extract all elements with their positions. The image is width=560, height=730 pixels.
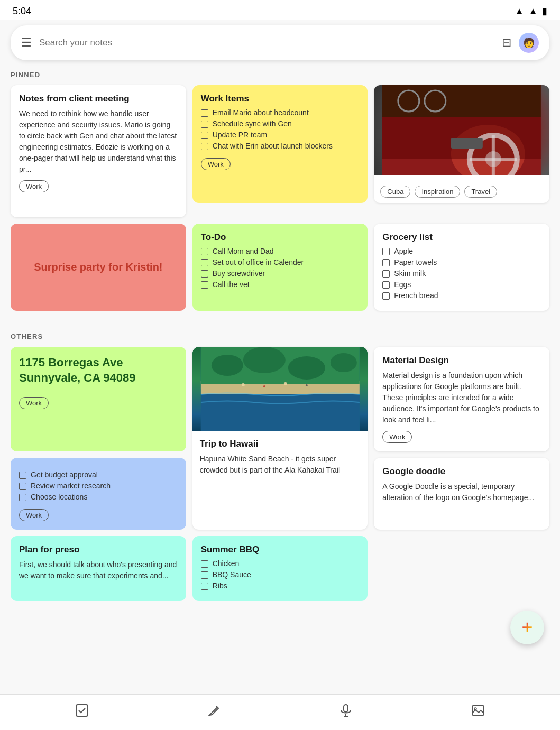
grocery-item-3: Skim milk [382, 269, 541, 278]
work-item-3: Update PR team [201, 131, 360, 139]
hawaii-image [192, 347, 368, 431]
address-tag[interactable]: Work [19, 397, 49, 409]
svg-point-20 [263, 385, 265, 387]
fab-button[interactable]: + [510, 611, 544, 644]
todo-item-3: Buy screwdriver [201, 269, 360, 278]
nav-mic[interactable] [338, 703, 353, 722]
note-summer-bbq[interactable]: Summer BBQ Chicken BBQ Sauce Ribs [192, 536, 368, 601]
preso-title: Plan for preso [19, 544, 178, 555]
svg-point-22 [305, 384, 307, 386]
client-meeting-body: We need to rethink how we handle user ex… [19, 108, 178, 175]
todo-title: To-Do [201, 232, 360, 243]
todo-item-2: Set out of office in Calender [201, 258, 360, 266]
section-divider [11, 325, 549, 325]
svg-rect-28 [472, 706, 484, 715]
battery-icon: ▮ [542, 5, 547, 17]
client-meeting-title: Notes from client meeting [19, 94, 178, 104]
status-bar: 5:04 ▲ ▲ ▮ [0, 0, 560, 20]
work-items-tag[interactable]: Work [201, 158, 231, 170]
todo-item-4: Call the vet [201, 280, 360, 289]
store-item-3: Choose locations [19, 493, 178, 501]
note-google-doodle[interactable]: Google doodle A Google Doodle is a speci… [374, 458, 549, 530]
svg-rect-23 [76, 705, 88, 716]
note-plan-preso[interactable]: Plan for preso First, we should talk abo… [11, 536, 186, 601]
hawaii-body: Hapuna White Sand Beach - it gets super … [200, 454, 361, 476]
store-item-2: Review market research [19, 482, 178, 490]
work-item-2: Schedule sync with Gen [201, 119, 360, 128]
pinned-label: PINNED [0, 71, 560, 85]
material-title: Material Design [382, 355, 541, 366]
material-tag[interactable]: Work [382, 431, 412, 443]
hawaii-title: Trip to Hawaii [200, 439, 361, 449]
nav-image[interactable] [471, 703, 485, 722]
bbq-item-1: Chicken [201, 559, 360, 568]
signal-icon: ▲ [528, 6, 538, 17]
fab-icon: + [521, 616, 533, 639]
note-surprise-party[interactable]: Surprise party for Kristin! [11, 224, 186, 311]
svg-rect-25 [344, 705, 348, 712]
address-text: 1175 Borregas Ave Sunnyvale, CA 94089 [19, 355, 178, 385]
client-meeting-tag[interactable]: Work [19, 180, 49, 192]
bbq-item-2: BBQ Sauce [201, 570, 360, 579]
bbq-title: Summer BBQ [201, 544, 360, 555]
search-input[interactable] [39, 38, 494, 48]
note-todo[interactable]: To-Do Call Mom and Dad Set out of office… [192, 224, 368, 311]
note-grocery[interactable]: Grocery list Apple Paper towels Skim mil… [374, 224, 549, 311]
search-bar[interactable]: ☰ ⊟ 🧑 [11, 25, 549, 60]
svg-point-17 [288, 356, 325, 380]
store-item-1: Get budget approval [19, 470, 178, 479]
others-section: OTHERS 1175 Borregas Ave Sunnyvale, CA 9… [0, 332, 560, 605]
status-icons: ▲ ▲ ▮ [515, 5, 547, 17]
pinned-grid: Notes from client meeting We need to ret… [0, 85, 560, 311]
nav-notes[interactable] [75, 703, 89, 722]
svg-point-19 [241, 383, 244, 386]
phone-frame: 5:04 ▲ ▲ ▮ ☰ ⊟ 🧑 PINNED Notes from clien… [0, 0, 560, 730]
fab-spacer: + [0, 607, 560, 650]
svg-rect-10 [451, 138, 483, 149]
doodle-body: A Google Doodle is a special, temporary … [382, 481, 541, 503]
chip-cuba[interactable]: Cuba [380, 186, 410, 198]
grocery-item-2: Paper towels [382, 258, 541, 266]
car-image [374, 85, 549, 175]
grocery-item-4: Eggs [382, 280, 541, 289]
layout-icon[interactable]: ⊟ [502, 36, 511, 50]
preso-body: First, we should talk about who's presen… [19, 559, 178, 581]
work-items-title: Work Items [201, 94, 360, 104]
chip-travel[interactable]: Travel [464, 186, 497, 198]
grocery-title: Grocery list [382, 232, 541, 243]
svg-point-15 [211, 355, 243, 376]
note-client-meeting[interactable]: Notes from client meeting We need to ret… [11, 85, 186, 217]
wifi-icon: ▲ [515, 6, 524, 17]
search-actions: ⊟ 🧑 [502, 33, 539, 53]
nav-edit[interactable] [207, 703, 222, 722]
time-display: 5:04 [13, 6, 31, 17]
pinned-section: PINNED Notes from client meeting We need… [0, 71, 560, 315]
svg-rect-7 [382, 85, 541, 117]
note-hawaii[interactable]: Trip to Hawaii Hapuna White Sand Beach -… [192, 347, 368, 530]
car-photo-tags: Cuba Inspiration Travel [374, 175, 549, 203]
others-grid: 1175 Borregas Ave Sunnyvale, CA 94089 Wo… [0, 347, 560, 601]
note-material-design[interactable]: Material Design Material design is a fou… [374, 347, 549, 451]
menu-icon[interactable]: ☰ [21, 36, 32, 50]
surprise-party-text: Surprise party for Kristin! [34, 261, 162, 273]
car-image-inner [374, 85, 549, 175]
store-tag[interactable]: Work [19, 509, 49, 521]
note-store-opening[interactable]: Get budget approval Review market resear… [11, 458, 186, 530]
chip-inspiration[interactable]: Inspiration [415, 186, 460, 198]
bbq-item-3: Ribs [201, 581, 360, 590]
note-work-items[interactable]: Work Items Email Mario about headcount S… [192, 85, 368, 203]
svg-point-18 [330, 353, 356, 372]
doodle-title: Google doodle [382, 466, 541, 477]
note-address[interactable]: 1175 Borregas Ave Sunnyvale, CA 94089 Wo… [11, 347, 186, 451]
work-item-4: Chat with Erin about launch blockers [201, 142, 360, 150]
svg-point-16 [243, 347, 285, 373]
grocery-item-1: Apple [382, 247, 541, 255]
work-item-1: Email Mario about headcount [201, 108, 360, 117]
svg-point-21 [283, 382, 287, 385]
others-label: OTHERS [0, 332, 560, 347]
note-car-photo[interactable]: Cuba Inspiration Travel [374, 85, 549, 203]
material-body: Material design is a foundation upon whi… [382, 370, 541, 426]
bottom-nav [0, 694, 560, 730]
todo-item-1: Call Mom and Dad [201, 247, 360, 255]
avatar[interactable]: 🧑 [519, 33, 539, 53]
